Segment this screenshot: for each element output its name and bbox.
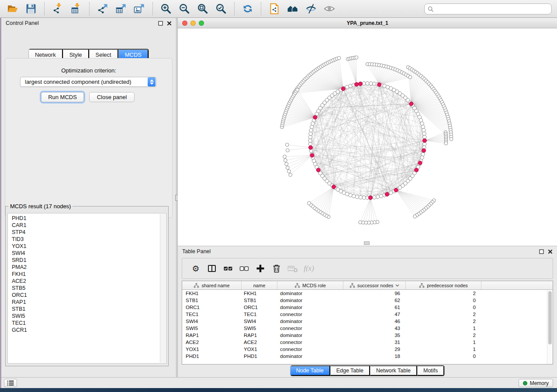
mcds-result-group: MCDS result (17 nodes) PHD1CAR1STP4TID3Y… <box>5 203 169 366</box>
tab-node-table[interactable]: Node Table <box>291 365 330 376</box>
close-panel-button[interactable]: Close panel <box>89 92 135 102</box>
network-canvas[interactable] <box>178 28 557 246</box>
delete-column-button[interactable] <box>270 261 283 276</box>
import-network-button[interactable] <box>48 1 67 16</box>
zoom-out-button[interactable] <box>175 1 194 16</box>
column-header-shared-name[interactable]: shared name <box>182 281 242 289</box>
cell-successor-nodes: 46 <box>343 319 406 324</box>
mcds-result-item[interactable]: FKH1 <box>8 271 166 278</box>
table-row[interactable]: RAP1RAP1dominator352 <box>182 332 547 339</box>
open-file-button[interactable] <box>3 1 22 16</box>
window-minimize-icon[interactable] <box>190 21 196 26</box>
hide-selected-button[interactable] <box>302 1 320 16</box>
horizontal-splitter-handle[interactable] <box>364 241 370 245</box>
cell-successor-nodes: 29 <box>343 347 406 352</box>
mcds-result-item[interactable]: GCR1 <box>8 327 166 334</box>
table-scrollbar[interactable] <box>547 290 553 364</box>
search-genes-button[interactable] <box>284 1 302 16</box>
mcds-result-item[interactable]: STB1 <box>8 306 166 313</box>
mcds-result-item[interactable]: ORC1 <box>8 292 166 299</box>
select-all-checkboxes-button[interactable] <box>221 261 235 276</box>
table-row[interactable]: ORC1ORC1dominator610 <box>182 304 547 311</box>
status-bar: Memory <box>0 377 557 388</box>
column-header-predecessor-nodes[interactable]: predecessor nodes <box>406 281 481 289</box>
node-table-body: FKH1FKH1dominator962STB1STB1dominator620… <box>182 290 547 364</box>
zoom-in-button[interactable] <box>157 1 175 16</box>
table-row[interactable]: YOX1YOX1connector291 <box>182 346 547 353</box>
table-row[interactable]: STB1STB1dominator620 <box>182 297 547 304</box>
memory-button[interactable]: Memory <box>519 379 553 387</box>
add-column-button[interactable] <box>254 261 267 276</box>
column-header-label: successor nodes <box>357 283 394 288</box>
network-from-file-button[interactable] <box>265 1 284 16</box>
column-header-name[interactable]: name <box>242 281 277 289</box>
column-layout-button[interactable] <box>205 261 218 276</box>
mcds-result-item[interactable]: STB5 <box>8 285 166 292</box>
zoom-out-icon <box>179 3 190 14</box>
export-table-button[interactable] <box>112 1 130 16</box>
dropdown-stepper-icon <box>148 77 156 86</box>
window-maximize-icon[interactable] <box>199 21 204 26</box>
table-row[interactable]: FKH1FKH1dominator962 <box>182 290 547 297</box>
mcds-result-item[interactable]: PMA2 <box>8 264 166 271</box>
zoom-fit-button[interactable] <box>194 1 212 16</box>
mcds-result-item[interactable]: SWI4 <box>8 250 166 257</box>
float-panel-icon[interactable] <box>539 249 544 254</box>
mcds-result-item[interactable]: SWI5 <box>8 313 166 320</box>
mcds-result-item[interactable]: STP4 <box>8 229 166 236</box>
network-view-window: YPA_prune.txt_1 <box>178 18 557 246</box>
close-panel-icon[interactable] <box>167 21 172 26</box>
mcds-result-item[interactable]: TID3 <box>8 236 166 243</box>
export-network-button[interactable] <box>93 1 112 16</box>
deselect-all-checkboxes-button[interactable] <box>238 261 251 276</box>
cell-MCDS-role: connector <box>277 340 343 345</box>
mcds-result-item[interactable]: TEC1 <box>8 320 166 327</box>
tab-edge-table[interactable]: Edge Table <box>330 365 370 376</box>
mcds-list-scrollbar[interactable] <box>160 214 166 363</box>
mcds-result-item[interactable]: PHD1 <box>8 215 166 222</box>
mcds-result-item[interactable]: CAR1 <box>8 222 166 229</box>
table-row[interactable]: ACE2ACE2connector311 <box>182 339 547 346</box>
run-mcds-button[interactable]: Run MCDS <box>41 92 84 102</box>
mcds-result-item[interactable]: RAP1 <box>8 299 166 306</box>
mcds-result-item[interactable]: SRD1 <box>8 257 166 264</box>
table-row[interactable]: TEC1TEC1connector472 <box>182 311 547 318</box>
cell-MCDS-role: dominator <box>277 319 343 324</box>
zoom-in-icon <box>160 3 172 14</box>
window-close-icon[interactable] <box>182 21 187 26</box>
close-panel-icon[interactable] <box>548 249 553 254</box>
toolbar-separator <box>44 2 45 15</box>
save-session-button[interactable] <box>22 1 40 16</box>
cell-predecessor-nodes: 2 <box>406 333 481 338</box>
search-input[interactable] <box>436 6 548 12</box>
zoom-selected-button[interactable] <box>212 1 230 16</box>
import-table-icon <box>70 3 82 14</box>
mcds-result-item[interactable]: ACE2 <box>8 278 166 285</box>
float-panel-icon[interactable] <box>158 21 163 26</box>
task-history-button[interactable] <box>4 379 17 387</box>
show-all-button[interactable] <box>320 1 339 16</box>
mcds-result-item[interactable]: YOX1 <box>8 243 166 250</box>
import-table-button[interactable] <box>67 1 85 16</box>
search-genes-icon <box>287 3 298 14</box>
tab-network-table[interactable]: Network Table <box>370 365 417 376</box>
refresh-network-button[interactable] <box>239 1 257 16</box>
gear-button[interactable]: ⚙ <box>189 261 202 276</box>
table-scrollbar-thumb[interactable] <box>548 291 552 344</box>
table-row[interactable]: PHD1PHD1dominator180 <box>182 353 547 360</box>
search-box[interactable] <box>424 3 552 14</box>
tab-motifs[interactable]: Motifs <box>417 365 444 376</box>
sort-chevron-icon <box>395 284 399 287</box>
cell-MCDS-role: dominator <box>277 298 343 303</box>
cell-MCDS-role: dominator <box>277 305 343 310</box>
table-row[interactable]: SWI4SWI4dominator462 <box>182 318 547 325</box>
cell-shared-name: ORC1 <box>182 305 242 310</box>
export-image-button[interactable] <box>130 1 149 16</box>
criterion-dropdown[interactable]: largest connected component (undirected) <box>20 77 156 87</box>
cell-name: PHD1 <box>242 354 277 359</box>
column-header-MCDS-role[interactable]: MCDS role <box>277 281 343 289</box>
show-all-icon <box>324 3 335 14</box>
column-header-successor-nodes[interactable]: successor nodes <box>343 281 406 289</box>
table-row[interactable]: SWI5SWI5connector431 <box>182 325 547 332</box>
delete-table-button <box>286 261 299 276</box>
